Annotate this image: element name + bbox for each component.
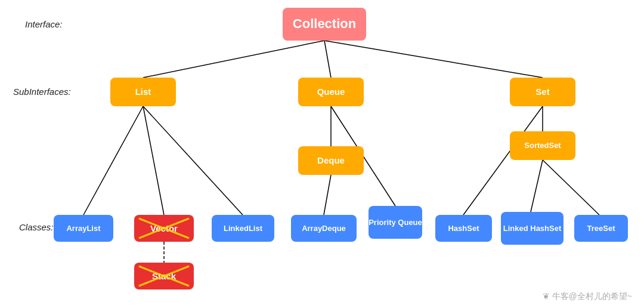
watermark: ❦ 牛客@全村儿的希望~ [543,291,632,302]
diagram: Interface: SubInterfaces: Classes: [0,0,644,308]
svg-line-3 [83,106,143,215]
svg-line-12 [543,160,599,215]
node-treeset: TreeSet [574,215,628,242]
node-collection: Collection [283,8,366,41]
node-arraylist: ArrayList [54,215,113,242]
node-vector: Vector [134,215,194,242]
label-interface: Interface: [25,19,63,29]
node-hashset: HashSet [435,215,492,242]
svg-line-2 [324,41,543,78]
svg-line-1 [324,41,331,78]
node-sortedset: SortedSet [510,131,575,160]
svg-line-7 [324,175,331,215]
label-subinterfaces: SubInterfaces: [13,87,71,97]
svg-line-4 [143,106,164,215]
node-stack: Stack [134,263,194,289]
label-classes: Classes: [19,222,54,232]
node-queue: Queue [298,78,364,106]
node-set: Set [510,78,575,106]
node-linkedlist: LinkedList [212,215,274,242]
svg-line-5 [143,106,243,215]
svg-line-11 [531,160,543,212]
svg-line-10 [463,106,543,215]
svg-line-0 [143,41,324,78]
node-deque: Deque [298,146,364,175]
node-priorityqueue: Priority Queue [369,206,422,239]
node-arraydeque: ArrayDeque [291,215,357,242]
node-list: List [110,78,176,106]
node-linkedhashset: Linked HashSet [501,212,564,245]
